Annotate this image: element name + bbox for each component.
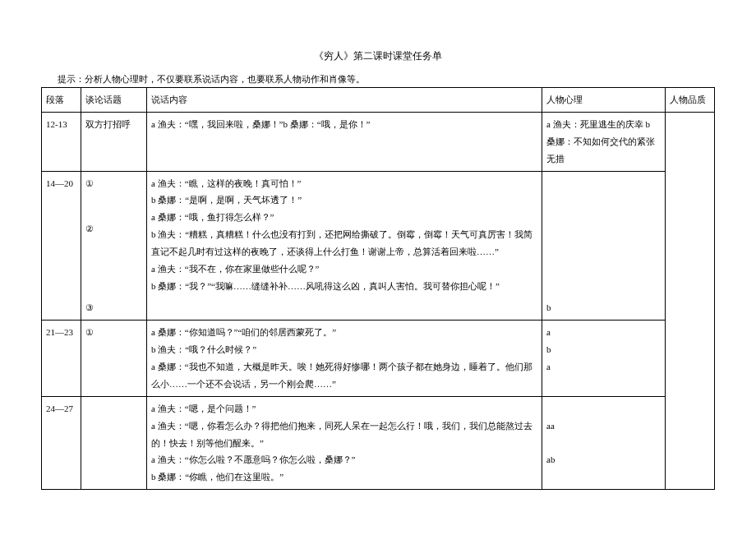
header-quality: 人物品质	[666, 88, 715, 113]
cell-para: 21—23	[42, 321, 81, 397]
cell-para: 12-13	[42, 112, 81, 171]
cell-content: a 渔夫：“嘿，我回来啦，桑娜！”b 桑娜：“哦，是你！”	[147, 112, 542, 171]
cell-quality	[666, 112, 715, 489]
table-header-row: 段落 谈论话题 说话内容 人物心理 人物品质	[42, 88, 715, 113]
cell-topic: 双方打招呼	[81, 112, 147, 171]
cell-para: 14—20	[42, 171, 81, 321]
table-row: 21—23 ① a 桑娜：“你知道吗？”“咱们的邻居西蒙死了。” b 渔夫：“哦…	[42, 321, 715, 397]
table-row: 14—20 ① ② ③ a 渔夫：“瞧，这样的夜晚！真可怕！” b 桑娜：“是啊…	[42, 171, 715, 321]
hint-text: 提示：分析人物心理时，不仅要联系说话内容，也要联系人物动作和肖像等。	[58, 73, 715, 85]
cell-topic: ①	[81, 321, 147, 397]
header-content: 说话内容	[147, 88, 542, 113]
cell-topic: ① ② ③	[81, 171, 147, 321]
table-row: 24—27 a 渔夫：“嗯，是个问题！” a 渔夫：“嗯，你看怎么办？得把他们抱…	[42, 396, 715, 489]
header-topic: 谈论话题	[81, 88, 147, 113]
cell-para: 24—27	[42, 396, 81, 489]
cell-topic	[81, 396, 147, 489]
cell-content: a 桑娜：“你知道吗？”“咱们的邻居西蒙死了。” b 渔夫：“哦？什么时候？” …	[147, 321, 542, 397]
page-title: 《穷人》第二课时课堂任务单	[41, 49, 715, 63]
cell-psych: a b a	[542, 321, 666, 397]
header-psych: 人物心理	[542, 88, 666, 113]
task-table: 段落 谈论话题 说话内容 人物心理 人物品质 12-13 双方打招呼 a 渔夫：…	[41, 87, 715, 490]
header-para: 段落	[42, 88, 81, 113]
cell-content: a 渔夫：“瞧，这样的夜晚！真可怕！” b 桑娜：“是啊，是啊，天气坏透了！” …	[147, 171, 542, 321]
cell-content: a 渔夫：“嗯，是个问题！” a 渔夫：“嗯，你看怎么办？得把他们抱来，同死人呆…	[147, 396, 542, 489]
cell-psych: aa ab	[542, 396, 666, 489]
cell-psych: a 渔夫：死里逃生的庆幸 b 桑娜：不知如何交代的紧张无措	[542, 112, 666, 171]
table-row: 12-13 双方打招呼 a 渔夫：“嘿，我回来啦，桑娜！”b 桑娜：“哦，是你！…	[42, 112, 715, 171]
cell-psych: b	[542, 171, 666, 321]
